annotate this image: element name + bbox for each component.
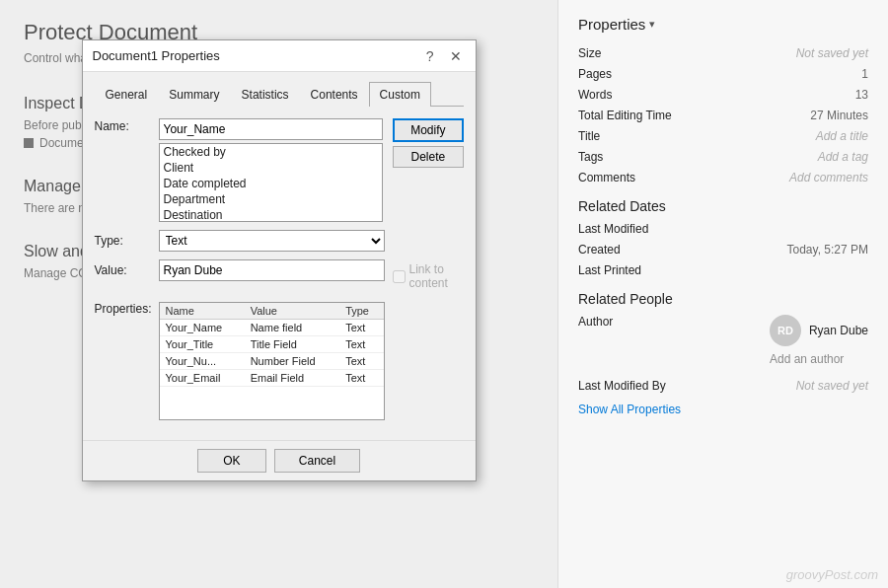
right-panel: Properties ▾ Size Not saved yet Pages 1 … (557, 0, 888, 588)
prop-value[interactable]: Add comments (789, 171, 868, 184)
prop-last-printed: Last Printed (578, 263, 868, 277)
dialog-help-button[interactable]: ? (422, 49, 438, 63)
delete-button[interactable]: Delete (393, 146, 463, 168)
author-row: Author RD Ryan Dube Add an author (578, 315, 868, 372)
cancel-button[interactable]: Cancel (274, 449, 360, 473)
col-value: Value (245, 303, 339, 320)
properties-row: Properties: Name Value Type (95, 298, 464, 420)
add-author-link[interactable]: Add an author (770, 352, 868, 366)
prop-label: Comments (578, 171, 697, 184)
prop-label: Total Editing Time (578, 109, 697, 122)
author-label: Author (578, 315, 697, 329)
table-row[interactable]: Your_Name Name field Text (160, 320, 384, 336)
dialog-footer: OK Cancel (83, 440, 476, 480)
row-value: Title Field (245, 336, 339, 353)
dialog-titlebar: Document1 Properties ? ✕ (83, 40, 476, 72)
listbox-item[interactable]: Department (160, 191, 383, 207)
row-name: Your_Title (160, 336, 245, 353)
prop-label: Title (578, 129, 697, 143)
properties-label: Properties: (95, 298, 159, 316)
prop-value: Today, 5:27 PM (787, 243, 869, 257)
tab-summary[interactable]: Summary (158, 82, 230, 107)
name-listbox[interactable]: Checked by Client Date completed Departm… (159, 143, 384, 222)
link-to-content-checkbox[interactable] (393, 270, 406, 283)
table-row[interactable]: Your_Email Email Field Text (160, 370, 384, 387)
avatar: RD (770, 315, 801, 346)
row-type: Text (339, 336, 383, 353)
prop-label: Tags (578, 150, 697, 164)
prop-value: 27 Minutes (810, 109, 868, 122)
author-name: Ryan Dube (809, 324, 868, 337)
table-row[interactable]: Your_Title Title Field Text (160, 336, 384, 353)
dialog-controls: ? ✕ (422, 49, 466, 63)
prop-value[interactable]: Add a title (816, 129, 868, 143)
prop-label: Size (578, 46, 697, 60)
properties-table-container[interactable]: Name Value Type Your_Name Name field (159, 302, 385, 420)
prop-label: Last Printed (578, 263, 697, 277)
name-section: Name: Checked by Client Date completed D… (95, 118, 464, 222)
related-dates-title: Related Dates (578, 198, 868, 214)
properties-header: Properties ▾ (578, 16, 868, 33)
link-to-content-label[interactable]: Link to content (393, 262, 464, 290)
related-people-title: Related People (578, 291, 868, 307)
prop-label: Created (578, 243, 697, 257)
type-select[interactable]: Text Date Number Yes or No (159, 230, 385, 252)
type-field-wrap: Text Date Number Yes or No (159, 230, 385, 252)
tab-general[interactable]: General (95, 82, 159, 107)
name-input[interactable] (159, 118, 384, 140)
properties-list: Size Not saved yet Pages 1 Words 13 Tota… (578, 46, 868, 184)
watermark: groovyPost.com (786, 567, 878, 582)
dialog-close-button[interactable]: ✕ (446, 49, 466, 63)
properties-table: Name Value Type Your_Name Name field (160, 303, 384, 387)
listbox-item[interactable]: Destination (160, 207, 383, 222)
prop-label: Last Modified (578, 222, 697, 236)
show-all-properties-link[interactable]: Show All Properties (578, 403, 868, 416)
prop-value[interactable]: Add a tag (818, 150, 868, 164)
listbox-item[interactable]: Date completed (160, 176, 383, 191)
prop-label: Last Modified By (578, 379, 697, 393)
prop-title: Title Add a title (578, 129, 868, 143)
chevron-down-icon: ▾ (649, 18, 655, 31)
properties-title: Properties (578, 16, 645, 33)
row-value: Number Field (245, 353, 339, 370)
name-field-wrap: Checked by Client Date completed Departm… (159, 118, 384, 222)
row-type: Text (339, 320, 383, 336)
tab-custom[interactable]: Custom (369, 82, 431, 107)
row-name: Your_Name (160, 320, 245, 336)
prop-label: Pages (578, 67, 697, 81)
row-value: Email Field (245, 370, 339, 387)
prop-words: Words 13 (578, 88, 868, 102)
value-input[interactable] (159, 259, 385, 281)
listbox-item[interactable]: Checked by (160, 144, 383, 160)
name-label: Name: (95, 115, 129, 133)
prop-value: Not saved yet (796, 46, 868, 60)
prop-value: 1 (861, 67, 868, 81)
prop-last-modified-by: Last Modified By Not saved yet (578, 379, 868, 393)
listbox-item[interactable]: Client (160, 160, 383, 176)
prop-pages: Pages 1 (578, 67, 868, 81)
tab-statistics[interactable]: Statistics (231, 82, 300, 107)
prop-value: Not saved yet (796, 379, 868, 393)
document-properties-dialog: Document1 Properties ? ✕ General Summary… (82, 39, 477, 481)
modify-button[interactable]: Modify (393, 118, 463, 142)
link-to-content-text: Link to content (409, 262, 464, 290)
properties-table-wrap: Name Value Type Your_Name Name field (159, 298, 385, 420)
related-dates-section: Related Dates Last Modified Created Toda… (578, 198, 868, 277)
dialog-content: General Summary Statistics Contents Cust… (83, 72, 476, 440)
col-name: Name (160, 303, 245, 320)
ok-button[interactable]: OK (197, 449, 266, 473)
prop-created: Created Today, 5:27 PM (578, 243, 868, 257)
row-type: Text (339, 353, 383, 370)
type-row: Type: Text Date Number Yes or No (95, 230, 464, 252)
author-details: RD Ryan Dube (770, 315, 868, 346)
value-field-wrap (159, 259, 385, 281)
prop-last-modified: Last Modified (578, 222, 868, 236)
prop-tags: Tags Add a tag (578, 150, 868, 164)
table-row[interactable]: Your_Nu... Number Field Text (160, 353, 384, 370)
dialog-overlay: Document1 Properties ? ✕ General Summary… (0, 0, 557, 588)
tab-contents[interactable]: Contents (300, 82, 369, 107)
prop-value: 13 (855, 88, 868, 102)
row-name: Your_Nu... (160, 353, 245, 370)
row-name: Your_Email (160, 370, 245, 387)
prop-editing-time: Total Editing Time 27 Minutes (578, 109, 868, 122)
